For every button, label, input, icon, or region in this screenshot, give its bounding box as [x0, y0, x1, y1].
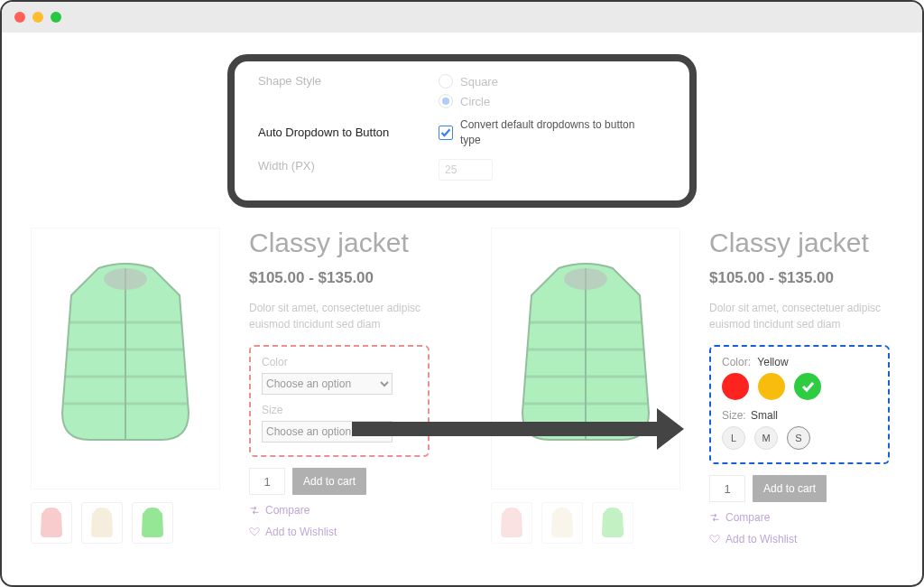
- radio-option-circle[interactable]: Circle: [439, 94, 498, 108]
- radio-icon: [439, 74, 453, 89]
- product-image: [491, 228, 680, 489]
- compare-icon: [709, 512, 720, 523]
- compare-icon: [249, 505, 260, 516]
- product-title: Classy jacket: [709, 228, 901, 258]
- width-input[interactable]: [439, 159, 493, 181]
- color-swatch-yellow[interactable]: [758, 373, 785, 400]
- check-icon: [800, 379, 815, 394]
- checkbox-auto-dropdown[interactable]: [439, 126, 453, 140]
- arrow-icon: [352, 422, 659, 436]
- thumbnail[interactable]: [81, 502, 123, 544]
- thumbnail[interactable]: [132, 502, 173, 544]
- compare-link[interactable]: Compare: [709, 511, 901, 524]
- product-title: Classy jacket: [249, 228, 440, 258]
- product-comparison: Classy jacket $105.00 - $135.00 Dolor si…: [2, 228, 922, 585]
- size-swatch-s[interactable]: S: [787, 426, 810, 450]
- setting-shape-style-label: Shape Style: [258, 74, 439, 88]
- quantity-input[interactable]: [249, 468, 285, 495]
- variant-color-value: Yellow: [757, 356, 788, 368]
- compare-link[interactable]: Compare: [249, 504, 440, 517]
- thumbnail[interactable]: [592, 502, 633, 544]
- variant-color-label: Color: [262, 356, 417, 368]
- color-select[interactable]: Choose an option: [262, 373, 393, 395]
- variant-color-label: Color: Yellow: [722, 356, 877, 368]
- heart-icon: [709, 534, 720, 545]
- heart-icon: [249, 526, 260, 537]
- product-image: [31, 228, 220, 489]
- svg-point-0: [104, 268, 147, 290]
- titlebar: [2, 2, 922, 33]
- check-icon: [440, 127, 451, 138]
- thumbnail[interactable]: [491, 502, 532, 544]
- variant-swatches-highlight: Color: Yellow Size: Small: [709, 345, 890, 464]
- color-swatch-red[interactable]: [722, 373, 749, 400]
- radio-icon: [439, 94, 453, 108]
- size-swatch-l[interactable]: L: [722, 426, 745, 450]
- product-description: Dolor sit amet, consectetuer adipisc eui…: [249, 300, 430, 332]
- product-price: $105.00 - $135.00: [709, 269, 901, 287]
- variant-dropdowns-highlight: Color Choose an option Size Choose an op…: [249, 345, 430, 457]
- radio-option-square[interactable]: Square: [439, 74, 498, 89]
- color-swatch-green[interactable]: [794, 373, 821, 400]
- add-to-cart-button[interactable]: Add to cart: [292, 468, 366, 495]
- window-minimize-icon[interactable]: [32, 12, 43, 23]
- radio-label: Square: [460, 75, 498, 89]
- quantity-input[interactable]: [709, 475, 745, 502]
- product-price: $105.00 - $135.00: [249, 269, 440, 287]
- variant-size-label: Size: [262, 404, 417, 416]
- add-to-cart-button[interactable]: Add to cart: [753, 475, 827, 502]
- radio-label: Circle: [460, 95, 490, 108]
- product-variant-before: Classy jacket $105.00 - $135.00 Dolor si…: [2, 228, 462, 585]
- wishlist-link[interactable]: Add to Wishlist: [249, 526, 440, 538]
- setting-width-label: Width (PX): [258, 159, 439, 172]
- window-zoom-icon[interactable]: [51, 12, 61, 23]
- product-variant-after: Classy jacket $105.00 - $135.00 Dolor si…: [462, 228, 922, 585]
- checkbox-description: Convert default dropdowns to button type: [460, 117, 641, 148]
- svg-point-1: [564, 268, 607, 290]
- product-description: Dolor sit amet, consectetuer adipisc eui…: [709, 300, 890, 332]
- jacket-icon: [44, 259, 207, 458]
- thumbnail[interactable]: [541, 502, 583, 544]
- setting-auto-dropdown-label: Auto Dropdown to Button: [258, 126, 439, 139]
- thumbnail[interactable]: [31, 502, 72, 544]
- size-swatch-m[interactable]: M: [754, 426, 778, 450]
- browser-window: Shape Style Square Circle Auto Dropdown …: [0, 0, 924, 587]
- window-close-icon[interactable]: [14, 12, 25, 23]
- variant-size-value: Small: [751, 409, 778, 422]
- variant-size-label: Size: Small: [722, 409, 877, 422]
- settings-panel: Shape Style Square Circle Auto Dropdown …: [227, 54, 697, 208]
- wishlist-link[interactable]: Add to Wishlist: [709, 533, 901, 545]
